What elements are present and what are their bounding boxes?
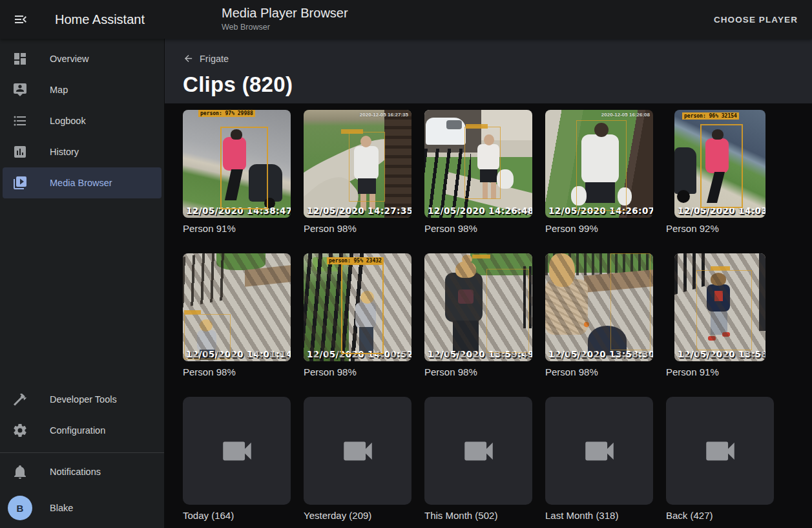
sidebar-item-media-browser[interactable]: Media Browser	[3, 167, 161, 198]
video-camera-icon	[339, 432, 377, 470]
app-header: Home Assistant Media Player Browser Web …	[0, 0, 812, 39]
clip-thumbnail: 2020-12-05 16:26:08 12/05/2020 14:26:07	[545, 110, 653, 218]
clip-card[interactable]: 2020-12-05 16:27:35 12/05/2020 14:27:35 …	[304, 110, 411, 234]
clip-caption: Person 98%	[183, 366, 291, 377]
breadcrumb-back[interactable]: Frigate	[183, 53, 229, 64]
page-title: Clips (820)	[183, 72, 812, 97]
dialog-title: Media Player Browser	[222, 6, 348, 21]
clip-caption: Person 98%	[545, 366, 653, 377]
clip-thumbnail: person: 96% 32154 12/05/2020 14:03:17	[674, 110, 765, 218]
folder-tile	[183, 397, 291, 505]
folder-card-yesterday[interactable]: Yesterday (209)	[304, 397, 411, 521]
detection-label	[341, 129, 363, 134]
sidebar-item-label: History	[50, 147, 79, 157]
clip-card[interactable]: 12/05/2020 13:58:30 Person 98%	[545, 253, 653, 377]
clip-caption: Person 91%	[666, 366, 774, 377]
sidebar-item-notifications[interactable]: Notifications	[0, 453, 164, 491]
clip-caption: Person 98%	[304, 366, 411, 377]
detection-label: person: 96% 32154	[682, 112, 739, 120]
choose-player-button[interactable]: CHOOSE PLAYER	[707, 9, 804, 30]
sidebar-item-label: Media Browser	[50, 178, 112, 188]
user-name: Blake	[50, 503, 73, 513]
clip-thumbnail: 12/05/2020 13:58:30	[545, 253, 653, 361]
detection-bbox	[349, 132, 385, 202]
detection-bbox	[464, 127, 501, 199]
detection-bbox	[341, 264, 384, 354]
detection-label	[711, 266, 730, 270]
video-camera-icon	[460, 432, 497, 470]
avatar: B	[8, 496, 32, 520]
sidebar-item-profile[interactable]: B Blake	[0, 491, 164, 525]
video-camera-icon	[581, 432, 618, 470]
detection-label	[466, 124, 488, 129]
clip-caption: Person 92%	[666, 223, 774, 234]
camera-osd-timestamp: 2020-12-05 16:26:08	[601, 112, 650, 118]
clip-card[interactable]: person: 96% 32154 12/05/2020 14:03:17 Pe…	[666, 110, 774, 234]
detection-label	[184, 310, 201, 314]
clip-card[interactable]: 12/05/2020 13:59:49 Person 98%	[424, 253, 532, 377]
clip-card[interactable]: person: 95% 23432 12/05/2020 14:00:52 Pe…	[304, 253, 411, 377]
folder-caption: Last Month (318)	[545, 510, 653, 521]
clip-thumbnail: 12/05/2020 13:58:17	[674, 253, 765, 361]
sidebar-item-logbook[interactable]: Logbook	[0, 105, 164, 136]
detection-label: person: 97% 29988	[198, 110, 255, 117]
clip-thumbnail: 12/05/2020 14:01:14	[183, 253, 291, 361]
clip-timestamp: 12/05/2020 14:26:48	[428, 206, 532, 216]
clip-card[interactable]: 2020-12-05 16:26:08 12/05/2020 14:26:07 …	[545, 110, 653, 234]
detection-bbox	[184, 314, 231, 359]
detection-bbox	[576, 120, 627, 211]
folder-caption: Back (427)	[666, 510, 774, 521]
sidebar-item-label: Map	[50, 85, 68, 95]
clip-caption: Person 98%	[424, 223, 532, 234]
sidebar-item-history[interactable]: History	[0, 136, 164, 167]
sidebar-spacer	[0, 198, 164, 384]
clip-timestamp: 12/05/2020 13:58:30	[548, 349, 653, 360]
sidebar-item-configuration[interactable]: Configuration	[0, 415, 164, 446]
sidebar-item-label: Developer Tools	[50, 394, 117, 405]
clip-card[interactable]: 12/05/2020 14:01:14 Person 98%	[183, 253, 291, 377]
account-tooltip-icon	[12, 82, 28, 98]
chart-box-icon	[12, 144, 28, 160]
folder-card-this-month[interactable]: This Month (502)	[424, 397, 532, 521]
sidebar-item-overview[interactable]: Overview	[0, 43, 164, 74]
clip-thumbnail: person: 97% 29988 12/05/2020 14:38:47	[183, 110, 291, 218]
folder-tile	[545, 397, 653, 505]
clip-card[interactable]: 12/05/2020 13:58:17 Person 91%	[666, 253, 774, 377]
clip-thumbnail: 12/05/2020 14:26:48	[424, 110, 532, 218]
detection-label	[472, 255, 490, 259]
clip-caption: Person 98%	[424, 366, 532, 377]
folder-caption: Today (164)	[183, 510, 291, 521]
clip-caption: Person 99%	[545, 223, 653, 234]
clip-caption: Person 98%	[304, 223, 411, 234]
folder-card-today[interactable]: Today (164)	[183, 397, 291, 521]
view-dashboard-icon	[12, 51, 28, 67]
video-camera-icon	[702, 432, 739, 470]
dialog-subtitle: Web Browser	[222, 23, 348, 32]
detection-label: person: 95% 23432	[327, 257, 384, 264]
media-player-browser-title: Media Player Browser Web Browser	[222, 6, 348, 32]
arrow-left-icon	[183, 53, 194, 64]
folder-caption: This Month (502)	[424, 510, 532, 521]
gear-icon	[12, 423, 28, 438]
sidebar-item-label: Overview	[50, 54, 88, 64]
menu-open-icon[interactable]	[9, 8, 32, 31]
media-browser-content: Frigate Clips (820) person: 97% 29988 12…	[165, 39, 812, 528]
media-browser-header: Frigate Clips (820)	[165, 39, 812, 103]
sidebar: Overview Map Logbook History Media Brows…	[0, 39, 165, 528]
folder-tile	[304, 397, 411, 505]
hammer-icon	[12, 392, 28, 407]
detection-bbox	[610, 253, 651, 350]
detection-bbox	[700, 124, 743, 208]
folder-card-last-month[interactable]: Last Month (318)	[545, 397, 653, 521]
clip-thumbnail: person: 95% 23432 12/05/2020 14:00:52	[304, 253, 411, 361]
sidebar-item-developer-tools[interactable]: Developer Tools	[0, 384, 164, 415]
folder-card-back[interactable]: Back (427)	[666, 397, 774, 521]
sidebar-item-label: Configuration	[50, 425, 105, 436]
detection-bbox	[486, 269, 529, 353]
clip-card[interactable]: person: 97% 29988 12/05/2020 14:38:47 Pe…	[183, 110, 291, 234]
video-camera-icon	[218, 432, 256, 470]
sidebar-item-label: Logbook	[50, 116, 86, 126]
sidebar-item-map[interactable]: Map	[0, 74, 164, 105]
clip-timestamp: 12/05/2020 14:27:35	[307, 206, 411, 216]
clip-card[interactable]: 12/05/2020 14:26:48 Person 98%	[424, 110, 532, 234]
